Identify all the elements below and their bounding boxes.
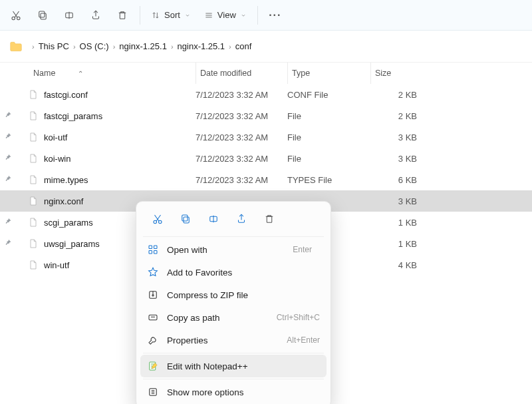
zip-icon — [147, 289, 159, 301]
open-with-icon — [147, 244, 159, 256]
file-name: scgi_params — [44, 218, 93, 228]
star-icon — [147, 266, 159, 278]
sort-ascending-icon: ⌃ — [78, 70, 83, 77]
file-type-cell: CONF File — [287, 90, 370, 100]
edit-notepadpp-item[interactable]: Edit with Notepad++ — [140, 355, 327, 377]
file-size-cell: 6 KB — [370, 175, 422, 185]
add-favorites-item[interactable]: Add to Favorites — [140, 261, 327, 284]
svg-rect-9 — [182, 215, 188, 221]
pin-icon — [4, 218, 12, 228]
show-more-options-item[interactable]: Show more options — [140, 381, 327, 403]
file-name: nginx.conf — [44, 196, 83, 206]
file-size-cell: 4 KB — [370, 260, 422, 270]
breadcrumb-segment[interactable]: nginx-1.25.1 — [119, 41, 167, 51]
toolbar-separator — [257, 6, 258, 25]
breadcrumb-segment[interactable]: This PC — [39, 41, 69, 51]
properties-item[interactable]: Properties Alt+Enter — [140, 329, 327, 351]
toolbar-separator — [140, 6, 140, 25]
pin-icon — [4, 111, 12, 121]
file-name-cell: fastcgi.conf — [0, 89, 196, 101]
cut-button[interactable] — [144, 208, 171, 230]
header-type[interactable]: Type — [287, 63, 370, 84]
table-row[interactable]: mime.types7/12/2023 3:32 AMTYPES File6 K… — [0, 169, 532, 190]
menu-label: Edit with Notepad++ — [167, 361, 320, 371]
file-date-cell: 7/12/2023 3:32 AM — [196, 154, 287, 164]
open-with-item[interactable]: Open with Enter — [140, 238, 327, 261]
chevron-right-icon: › — [229, 43, 231, 51]
view-dropdown[interactable]: View — [198, 3, 253, 27]
menu-shortcut: Alt+Enter — [287, 335, 320, 345]
context-menu-quick-actions — [140, 206, 327, 235]
more-button[interactable]: ··· — [262, 3, 289, 27]
header-date-label: Date modified — [200, 69, 251, 78]
file-name-cell: fastcgi_params — [0, 110, 196, 122]
svg-rect-8 — [184, 217, 189, 223]
table-row[interactable]: fastcgi.conf7/12/2023 3:32 AMCONF File2 … — [0, 84, 532, 105]
sort-label: Sort — [164, 10, 180, 20]
compress-zip-item[interactable]: Compress to ZIP file — [140, 284, 327, 306]
breadcrumb-segment[interactable]: OS (C:) — [80, 41, 109, 51]
file-size-cell: 1 KB — [370, 218, 422, 228]
header-date[interactable]: Date modified — [196, 63, 287, 84]
more-options-icon — [147, 386, 159, 398]
top-toolbar: Sort View ··· — [0, 0, 532, 31]
delete-button[interactable] — [256, 208, 283, 230]
svg-point-6 — [154, 220, 157, 224]
share-button[interactable] — [228, 208, 255, 230]
folder-icon — [9, 41, 23, 53]
svg-point-0 — [12, 17, 15, 20]
table-row[interactable]: koi-utf7/12/2023 3:32 AMFile3 KB — [0, 126, 532, 148]
svg-rect-5 — [120, 13, 125, 19]
table-row[interactable]: koi-win7/12/2023 3:32 AMFile3 KB — [0, 148, 532, 169]
file-name: koi-win — [44, 154, 70, 164]
header-name-label: Name — [33, 69, 55, 78]
file-size-cell: 3 KB — [370, 154, 422, 164]
svg-rect-12 — [149, 246, 152, 249]
file-size-cell: 3 KB — [370, 132, 422, 142]
file-date-cell: 7/12/2023 3:32 AM — [196, 90, 287, 100]
pin-icon — [4, 175, 12, 185]
svg-rect-13 — [154, 246, 158, 249]
copy-path-item[interactable]: Copy as path Ctrl+Shift+C — [140, 306, 327, 329]
sort-dropdown[interactable]: Sort — [144, 3, 198, 27]
breadcrumb-segment[interactable]: conf — [235, 41, 252, 51]
file-name-cell: mime.types — [0, 174, 196, 186]
file-name: fastcgi_params — [44, 111, 102, 121]
menu-shortcut: Ctrl+Shift+C — [277, 313, 320, 322]
cut-button[interactable] — [3, 3, 29, 27]
breadcrumb: › This PC › OS (C:) › nginx-1.25.1 › ngi… — [0, 31, 532, 63]
header-size[interactable]: Size — [370, 63, 422, 84]
pin-icon — [4, 154, 12, 164]
menu-label: Add to Favorites — [167, 268, 320, 278]
menu-separator — [143, 353, 324, 353]
chevron-right-icon: › — [113, 43, 116, 51]
copy-button[interactable] — [29, 3, 56, 27]
svg-rect-18 — [149, 315, 157, 320]
menu-label: Copy as path — [167, 313, 269, 323]
chevron-right-icon: › — [73, 43, 76, 51]
svg-rect-14 — [149, 251, 152, 254]
table-row[interactable]: fastcgi_params7/12/2023 3:32 AMFile2 KB — [0, 105, 532, 126]
file-size-cell: 3 KB — [370, 196, 422, 206]
view-label: View — [217, 10, 236, 20]
path-icon — [147, 311, 159, 323]
delete-button[interactable] — [109, 3, 136, 27]
chevron-right-icon: › — [32, 43, 35, 51]
file-name: koi-utf — [44, 132, 67, 142]
file-size-cell: 2 KB — [370, 90, 422, 100]
menu-label: Properties — [167, 335, 279, 345]
menu-separator — [143, 379, 324, 379]
rename-button[interactable] — [56, 3, 82, 27]
svg-point-7 — [159, 220, 162, 224]
header-name[interactable]: Name ⌃ — [0, 69, 196, 78]
share-button[interactable] — [82, 3, 109, 27]
file-name: uwsgi_params — [44, 239, 100, 249]
svg-rect-15 — [154, 251, 158, 254]
wrench-icon — [147, 334, 159, 346]
breadcrumb-segment[interactable]: nginx-1.25.1 — [178, 41, 225, 51]
file-date-cell: 7/12/2023 3:32 AM — [196, 111, 287, 121]
file-name: win-utf — [44, 260, 69, 270]
rename-button[interactable] — [200, 208, 227, 230]
copy-button[interactable] — [172, 208, 199, 230]
file-type-cell: File — [287, 154, 370, 164]
